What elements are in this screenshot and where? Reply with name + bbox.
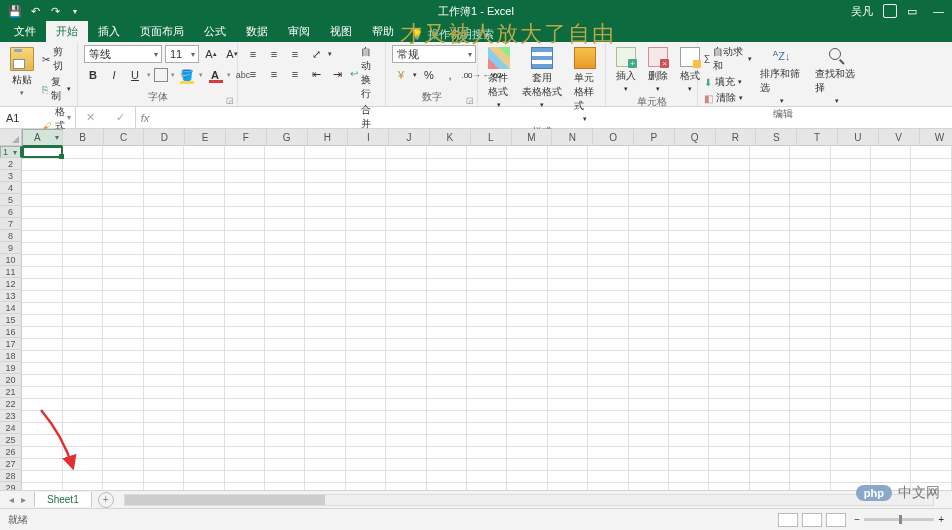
cell[interactable] [386, 326, 426, 338]
cell[interactable] [749, 458, 789, 470]
cell[interactable] [871, 242, 911, 254]
cell[interactable] [345, 482, 385, 490]
cell[interactable] [184, 242, 224, 254]
format-as-table-button[interactable]: 套用 表格格式▾ [518, 45, 566, 111]
cell[interactable] [830, 314, 870, 326]
cell[interactable] [184, 470, 224, 482]
cell[interactable] [426, 434, 466, 446]
cell[interactable] [507, 314, 547, 326]
cell[interactable] [628, 278, 668, 290]
cell[interactable] [103, 470, 143, 482]
row-header[interactable]: 25 [0, 434, 22, 446]
find-select-button[interactable]: 查找和选择▾ [811, 45, 862, 107]
cell[interactable] [426, 470, 466, 482]
cell[interactable] [669, 446, 709, 458]
cell[interactable] [224, 206, 264, 218]
cell[interactable] [507, 446, 547, 458]
cell[interactable] [507, 398, 547, 410]
cell[interactable] [345, 218, 385, 230]
row-header[interactable]: 2 [0, 158, 22, 170]
column-header[interactable]: M [512, 129, 553, 146]
wrap-text-button[interactable]: ↩自动换行 [350, 45, 379, 101]
cell[interactable] [628, 446, 668, 458]
cell[interactable] [305, 350, 345, 362]
cell[interactable] [345, 254, 385, 266]
cell[interactable] [588, 326, 628, 338]
cell[interactable] [466, 290, 506, 302]
cell[interactable] [22, 458, 62, 470]
cell[interactable] [507, 206, 547, 218]
cell[interactable] [184, 362, 224, 374]
spreadsheet-grid[interactable]: ABCDEFGHIJKLMNOPQRSTUVW 1234567891011121… [0, 129, 952, 490]
cell[interactable] [305, 458, 345, 470]
tab-home[interactable]: 开始 [46, 21, 88, 42]
cell[interactable] [264, 434, 304, 446]
cell[interactable] [588, 362, 628, 374]
cell[interactable] [386, 338, 426, 350]
row-header[interactable]: 5 [0, 194, 22, 206]
cell[interactable] [62, 482, 102, 490]
cell[interactable] [911, 446, 952, 458]
cell[interactable] [507, 422, 547, 434]
cell[interactable] [103, 458, 143, 470]
cell[interactable] [184, 482, 224, 490]
cell[interactable] [790, 470, 830, 482]
cell[interactable] [790, 362, 830, 374]
cell[interactable] [466, 410, 506, 422]
cell[interactable] [749, 146, 789, 158]
cell[interactable] [669, 482, 709, 490]
cell[interactable] [143, 194, 183, 206]
cell[interactable] [790, 206, 830, 218]
cell[interactable] [264, 278, 304, 290]
column-header[interactable]: Q [675, 129, 716, 146]
cut-button[interactable]: ✂剪切 [42, 45, 71, 73]
row-header[interactable]: 27 [0, 458, 22, 470]
cell[interactable] [911, 194, 952, 206]
cell[interactable] [830, 434, 870, 446]
cell[interactable] [669, 206, 709, 218]
cell[interactable] [588, 410, 628, 422]
cell[interactable] [224, 374, 264, 386]
cell[interactable] [466, 194, 506, 206]
cell[interactable] [224, 158, 264, 170]
cell[interactable] [426, 170, 466, 182]
cell[interactable] [62, 422, 102, 434]
cell[interactable] [628, 218, 668, 230]
cell[interactable] [305, 482, 345, 490]
cell[interactable] [426, 362, 466, 374]
cell[interactable] [184, 158, 224, 170]
cell[interactable] [184, 446, 224, 458]
cell[interactable] [386, 242, 426, 254]
cell[interactable] [507, 482, 547, 490]
cell[interactable] [911, 182, 952, 194]
cell[interactable] [628, 302, 668, 314]
cell[interactable] [628, 194, 668, 206]
cell[interactable] [749, 266, 789, 278]
cell[interactable] [184, 302, 224, 314]
row-header[interactable]: 21 [0, 386, 22, 398]
row-header[interactable]: 13 [0, 290, 22, 302]
cell[interactable] [184, 458, 224, 470]
cell[interactable] [911, 266, 952, 278]
cell[interactable] [588, 290, 628, 302]
tab-formulas[interactable]: 公式 [194, 21, 236, 42]
border-button[interactable] [154, 68, 168, 82]
cell[interactable] [669, 230, 709, 242]
cell[interactable] [386, 446, 426, 458]
cell[interactable] [184, 218, 224, 230]
cell[interactable] [103, 314, 143, 326]
cell[interactable] [628, 482, 668, 490]
cell[interactable] [386, 470, 426, 482]
cell[interactable] [103, 254, 143, 266]
cell[interactable] [588, 242, 628, 254]
cell[interactable] [830, 266, 870, 278]
zoom-in-icon[interactable]: + [938, 514, 944, 525]
cell[interactable] [305, 206, 345, 218]
column-header[interactable]: H [308, 129, 349, 146]
column-header[interactable]: S [756, 129, 797, 146]
cell[interactable] [588, 278, 628, 290]
cell[interactable] [345, 266, 385, 278]
column-header[interactable]: P [634, 129, 675, 146]
cell[interactable] [386, 302, 426, 314]
user-name[interactable]: 吴凡 [851, 4, 873, 19]
